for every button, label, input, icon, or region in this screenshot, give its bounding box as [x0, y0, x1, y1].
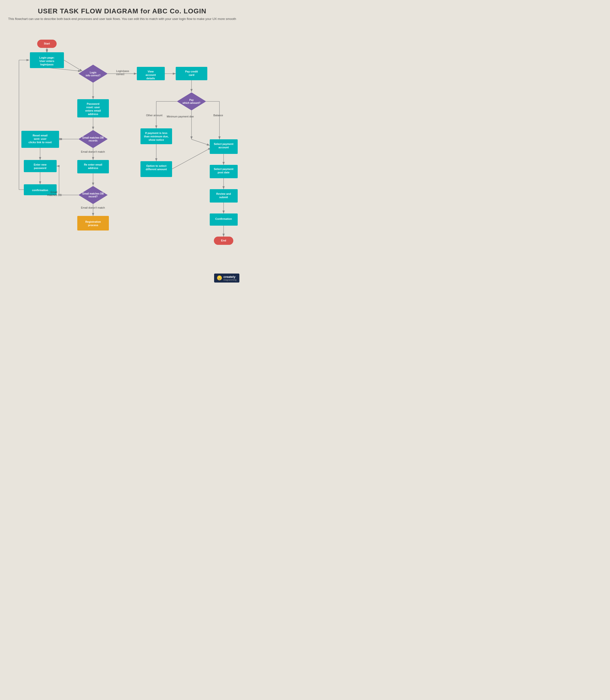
password-reset-label-1: Password [87, 102, 99, 105]
page-title: USER TASK FLOW DIAGRAM for ABC Co. LOGIN [5, 7, 239, 15]
reset-email-label-3: clicks link to reset [29, 141, 52, 143]
pay-credit-label-1: Pay credit [185, 70, 198, 73]
page-header: USER TASK FLOW DIAGRAM for ABC Co. LOGIN… [5, 7, 239, 21]
email-db1-label-2: records [89, 139, 97, 142]
flowchart: Start Login page: User enters login/pass… [5, 29, 239, 278]
arrow-min-account [192, 139, 210, 145]
login-correct-label-1: Login [90, 71, 96, 74]
page-subtitle: This flowchart can use to describe both … [5, 17, 239, 21]
view-account-label-3: details [146, 77, 155, 80]
registration-label-2: process [88, 223, 98, 226]
start-label: Start [44, 42, 50, 45]
email-db2-label-1: Email matches DB [82, 192, 103, 195]
login-page-label-3: login/pass [40, 63, 53, 66]
payment-less-label-1: If payment is less [145, 131, 167, 134]
confirm-right-label: Confirmation [215, 217, 232, 220]
creately-bulb-icon: 💡 [217, 275, 222, 280]
label-login-correct: Login/pass [116, 69, 129, 73]
confirm-left-label: confirmation [32, 188, 48, 191]
view-account-label-1: View [147, 70, 154, 73]
view-account-label-2: account [145, 73, 156, 76]
creately-logo: 💡 creately Diagramming [214, 273, 239, 283]
re-enter-email-label-1: Re enter email [84, 163, 102, 166]
re-enter-email-label-2: address [88, 166, 98, 169]
option-select-label-1: Option to select [146, 164, 166, 167]
select-date-label-2: post date [218, 171, 229, 174]
reset-email-label-2: sent: user [34, 137, 46, 140]
password-reset-label-4: address [88, 112, 98, 115]
label-other-amount: Other amount [146, 114, 162, 117]
creately-text: creately [223, 275, 237, 279]
new-password-node [24, 160, 57, 172]
label-login-correct2: correct [116, 73, 125, 76]
select-date-label-1: Select payment [214, 167, 233, 170]
new-password-label-2: password [34, 166, 46, 169]
reset-email-label-1: Reset email [33, 134, 47, 137]
creately-brand: creately Diagramming [223, 275, 237, 281]
pay-amount-label-1: Pay [189, 98, 194, 101]
creately-subtext: Diagramming [223, 279, 237, 281]
email-db1-label-1: Email matches DB [82, 136, 103, 139]
select-account-label-1: Select payment [214, 142, 233, 145]
review-submit-label-2: submit [219, 195, 228, 198]
flowchart-svg: Start Login page: User enters login/pass… [5, 29, 239, 277]
option-select-label-2: different amount [146, 168, 167, 171]
select-account-label-2: account [218, 146, 229, 148]
payment-less-label-3: show notice [148, 138, 164, 141]
arrow-option-select-account [172, 148, 211, 169]
registration-label-1: Registration [85, 220, 101, 223]
login-page-label-2: User enters [39, 59, 54, 62]
new-password-label-1: Enter new [34, 163, 46, 166]
pay-amount-label-2: which amount? [182, 101, 200, 104]
password-reset-label-3: enters email [85, 109, 101, 112]
label-balance: Balance [213, 114, 223, 117]
password-reset-label-2: reset: user [86, 106, 100, 109]
end-label: End [221, 239, 226, 242]
payment-less-label-2: than minimum due, [144, 135, 168, 138]
review-submit-label-1: Review and [216, 192, 231, 195]
login-correct-label-2: info correct? [85, 74, 100, 77]
label-email-matches2: Email [51, 191, 57, 193]
arrow-login-diamond [47, 68, 81, 71]
page-container: USER TASK FLOW DIAGRAM for ABC Co. LOGIN… [0, 0, 244, 287]
registration-node [77, 216, 109, 230]
label-min-payment: Minimum payment due [167, 115, 194, 118]
pay-credit-label-2: card [189, 73, 194, 76]
login-page-label-1: Login page: [39, 56, 54, 59]
email-db2-label-2: record? [89, 195, 97, 198]
